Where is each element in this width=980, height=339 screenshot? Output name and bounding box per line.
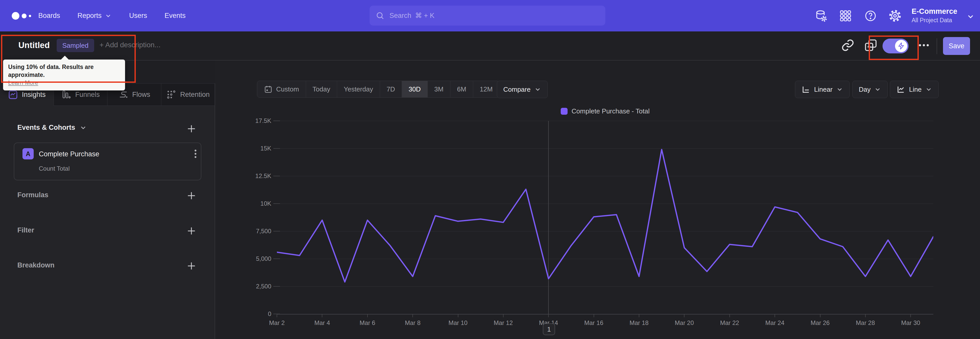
x-axis-label: Mar 8 — [395, 319, 431, 326]
chevron-down-icon — [966, 12, 975, 21]
x-tick-mark — [503, 314, 504, 317]
nav-menu: BoardsReportsUsersEvents — [38, 0, 186, 31]
x-axis-label: Mar 2 — [259, 319, 295, 326]
range-3m[interactable]: 3M — [428, 81, 450, 98]
legend-swatch — [561, 108, 568, 115]
y-axis-label: 12.5K — [238, 173, 271, 179]
calendar-icon — [264, 85, 272, 93]
add-formulas-button[interactable] — [186, 190, 197, 201]
section-formulas: Formulas — [18, 191, 48, 199]
x-axis-label: Mar 10 — [440, 319, 476, 326]
top-nav-bar: BoardsReportsUsersEvents E-Commerce All … — [0, 0, 980, 31]
range-7d[interactable]: 7D — [380, 81, 402, 98]
x-axis-label: Mar 28 — [848, 319, 883, 326]
search-box[interactable] — [369, 6, 605, 26]
sampling-tooltip: Using 10% of data. Results are approxima… — [3, 59, 125, 90]
range-12m[interactable]: 12M — [473, 81, 500, 98]
scale-label: Linear — [814, 86, 832, 93]
report-title[interactable]: Untitled — [18, 40, 50, 50]
range-label: 12M — [480, 85, 493, 93]
data-management-icon[interactable] — [815, 10, 827, 22]
x-tick-mark — [412, 314, 413, 317]
insights-chart-icon — [8, 90, 18, 100]
line-chart[interactable] — [277, 121, 933, 314]
x-tick-mark — [322, 314, 322, 317]
save-button[interactable]: Save — [943, 37, 970, 55]
event-card[interactable] — [14, 142, 201, 181]
header-divider — [937, 38, 937, 54]
tooltip-text: Using 10% of data. Results are approxima… — [8, 63, 120, 79]
x-tick-mark — [910, 314, 911, 317]
copy-link-icon[interactable] — [841, 38, 854, 52]
x-axis-label: Mar 6 — [350, 319, 385, 326]
nav-item-boards[interactable]: Boards — [38, 12, 60, 20]
y-axis-label: 0 — [238, 310, 271, 318]
learn-more-link[interactable]: Learn More — [8, 79, 38, 87]
sampled-badge[interactable]: Sampled — [57, 39, 94, 52]
nav-item-users[interactable]: Users — [129, 12, 147, 20]
nav-item-label: Reports — [78, 12, 102, 20]
add-breakdown-button[interactable] — [186, 260, 197, 272]
chart-type-select[interactable]: Line — [890, 81, 939, 98]
sidebar-panel — [0, 106, 215, 339]
x-axis-label: Mar 24 — [757, 319, 793, 326]
event-kebab-menu-icon[interactable] — [190, 148, 201, 160]
range-yesterday[interactable]: Yesterday — [337, 81, 380, 98]
add-filter-button[interactable] — [186, 225, 197, 237]
range-today[interactable]: Today — [306, 81, 337, 98]
range-custom[interactable]: Custom — [257, 81, 306, 98]
help-icon[interactable] — [864, 10, 877, 22]
x-tick-mark — [367, 314, 368, 317]
chevron-down-icon — [534, 86, 541, 93]
x-tick-mark — [775, 314, 775, 317]
range-label: 6M — [457, 85, 466, 93]
legend-label: Complete Purchase - Total — [572, 107, 650, 115]
annotation-marker[interactable]: 1 — [543, 323, 555, 335]
range-label: Custom — [276, 85, 299, 93]
y-axis-label: 7,500 — [238, 228, 271, 235]
more-options-icon[interactable] — [917, 38, 931, 52]
y-axis-label: 5,000 — [238, 255, 271, 262]
events-cohorts-header[interactable]: Events & Cohorts — [18, 124, 87, 131]
x-axis-label: Mar 16 — [576, 319, 612, 326]
y-axis-label: 17.5K — [238, 117, 271, 125]
event-name[interactable]: Complete Purchase — [39, 150, 99, 158]
range-6m[interactable]: 6M — [450, 81, 473, 98]
search-icon — [375, 11, 384, 20]
search-input[interactable] — [389, 11, 599, 20]
add-description[interactable]: + Add description... — [100, 41, 161, 49]
y-axis-label: 15K — [238, 145, 271, 152]
x-tick-mark — [684, 314, 684, 317]
sampling-toggle[interactable] — [883, 38, 908, 53]
range-30d[interactable]: 30D — [402, 81, 428, 98]
duplicate-icon[interactable] — [864, 38, 877, 52]
x-tick-mark — [820, 314, 821, 317]
toggle-knob — [895, 40, 907, 52]
x-tick-mark — [593, 314, 594, 317]
settings-gear-icon[interactable] — [889, 10, 901, 22]
apps-grid-icon[interactable] — [839, 10, 852, 22]
mixpanel-logo-icon[interactable] — [12, 12, 31, 20]
nav-item-label: Boards — [38, 12, 60, 20]
range-label: 7D — [387, 85, 395, 93]
x-axis-label: Mar 26 — [802, 319, 838, 326]
project-name: E-Commerce — [912, 6, 957, 16]
nav-item-events[interactable]: Events — [165, 12, 186, 20]
x-axis-label: Mar 18 — [621, 319, 657, 326]
project-selector[interactable]: E-Commerce All Project Data — [912, 6, 957, 24]
range-label: Today — [313, 85, 330, 93]
nav-item-reports[interactable]: Reports — [78, 12, 112, 20]
chevron-down-icon — [80, 124, 87, 131]
compare-button[interactable]: Compare — [497, 81, 548, 98]
interval-select[interactable]: Day — [853, 81, 888, 98]
funnel-bars-icon — [61, 90, 72, 100]
retention-dots-icon — [166, 90, 177, 100]
x-tick-mark — [865, 314, 865, 317]
y-axis-label: 10K — [238, 200, 271, 207]
tab-label: Retention — [180, 91, 210, 99]
event-aggregation[interactable]: Count Total — [39, 165, 70, 172]
scale-select[interactable]: Linear — [795, 81, 850, 98]
add-event-button[interactable] — [186, 123, 197, 134]
interval-label: Day — [859, 86, 870, 93]
tab-retention[interactable]: Retention — [161, 83, 215, 106]
